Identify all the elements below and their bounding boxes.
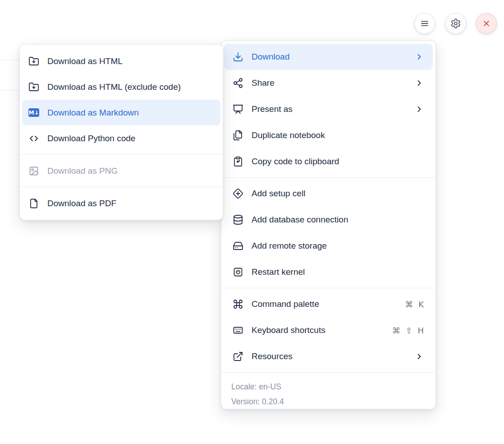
diamond-plus-icon [233, 188, 243, 199]
settings-button[interactable] [445, 13, 466, 34]
close-icon [481, 18, 491, 28]
menu-item-download-as-pdf[interactable]: Download as PDF [22, 190, 220, 216]
menu-item-download-as-html[interactable]: Download as HTML [22, 48, 220, 74]
menu-item-label: Download as PDF [47, 199, 213, 208]
menu-item-keyboard-shortcuts[interactable]: Keyboard shortcuts ⌘ ⇧ H [224, 317, 433, 343]
menu-item-label: Download as PNG [47, 166, 213, 176]
menu-separator [20, 154, 223, 155]
presentation-icon [233, 104, 243, 115]
chevron-right-icon [415, 52, 424, 61]
share-icon [233, 78, 243, 88]
menu-item-label: Duplicate notebook [252, 130, 424, 140]
menu-item-label: Download as Markdown [47, 108, 213, 118]
menu-item-label: Add remote storage [252, 241, 424, 251]
chevron-right-icon [415, 79, 424, 88]
chevron-right-icon [415, 105, 424, 114]
menu-item-resources[interactable]: Resources [224, 343, 433, 370]
menu-item-label: Download [252, 52, 415, 62]
hard-drive-icon [233, 240, 243, 251]
download-icon [233, 51, 243, 62]
hamburger-icon [419, 18, 430, 29]
download-submenu-panel: Download as HTML Download as HTML (exclu… [19, 44, 223, 220]
folder-download-icon [28, 56, 39, 67]
markdown-icon: M↓ [28, 107, 39, 118]
menu-separator [221, 288, 435, 288]
menu-item-download[interactable]: Download [224, 44, 433, 70]
menu-item-download-python-code[interactable]: Download Python code [22, 125, 220, 151]
menu-item-label: Present as [252, 104, 415, 114]
menu-item-restart-kernel[interactable]: Restart kernel [224, 259, 433, 285]
menu-item-copy-code-to-clipboard[interactable]: Copy code to clipboard [224, 148, 433, 175]
file-icon [28, 198, 39, 209]
keyboard-icon [233, 325, 243, 336]
menu-separator [221, 372, 435, 373]
background-divider [0, 90, 21, 91]
close-button[interactable] [476, 13, 497, 34]
database-icon [233, 214, 243, 225]
external-link-icon [233, 351, 243, 362]
menu-item-command-palette[interactable]: Command palette ⌘ K [224, 291, 433, 317]
code-icon [28, 133, 39, 144]
menu-item-share[interactable]: Share [224, 70, 433, 96]
menu-item-label: Resources [252, 352, 415, 361]
duplicate-icon [233, 130, 243, 141]
menu-separator [20, 187, 223, 187]
menu-item-download-as-png[interactable]: Download as PNG [22, 158, 220, 184]
shortcut-badge: ⌘ K [405, 300, 424, 309]
notebook-menu-button[interactable] [414, 13, 435, 34]
menu-item-label: Copy code to clipboard [252, 157, 424, 166]
menu-item-label: Command palette [252, 299, 405, 309]
locale-text: Locale: en-US [231, 379, 426, 394]
menu-item-download-as-html-exclude-code[interactable]: Download as HTML (exclude code) [22, 74, 220, 100]
menu-item-label: Share [252, 78, 415, 88]
clipboard-copy-icon [233, 156, 243, 167]
shortcut-badge: ⌘ ⇧ H [392, 326, 424, 335]
notebook-menu-panel: Download Share Present as Duplicate note… [221, 41, 436, 409]
menu-item-download-as-markdown[interactable]: M↓ Download as Markdown [22, 100, 220, 125]
menu-item-label: Restart kernel [252, 267, 424, 277]
menu-item-label: Download Python code [47, 134, 213, 143]
menu-item-add-setup-cell[interactable]: Add setup cell [224, 180, 433, 207]
folder-download-icon [28, 82, 39, 92]
command-icon [233, 299, 243, 310]
menu-item-duplicate-notebook[interactable]: Duplicate notebook [224, 122, 433, 148]
power-icon [233, 267, 243, 278]
menu-item-label: Download as HTML [47, 56, 213, 66]
menu-item-label: Add database connection [252, 215, 424, 225]
version-text: Version: 0.20.4 [231, 394, 426, 409]
menu-item-label: Download as HTML (exclude code) [47, 82, 213, 92]
image-icon [28, 166, 39, 176]
menu-separator [221, 177, 435, 178]
menu-item-label: Add setup cell [252, 189, 424, 199]
background-divider [0, 60, 21, 60]
gear-icon [450, 18, 461, 29]
menu-item-add-remote-storage[interactable]: Add remote storage [224, 233, 433, 259]
chevron-right-icon [415, 352, 424, 361]
menu-footer: Locale: en-US Version: 0.20.4 [221, 375, 435, 413]
menu-item-present-as[interactable]: Present as [224, 96, 433, 122]
menu-item-add-database-connection[interactable]: Add database connection [224, 207, 433, 233]
menu-item-label: Keyboard shortcuts [252, 325, 392, 335]
